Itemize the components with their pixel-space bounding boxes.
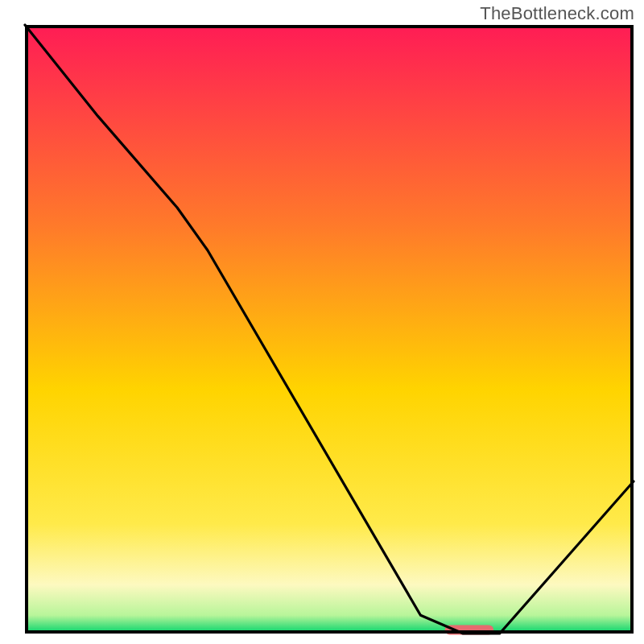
gradient-background — [25, 25, 634, 634]
bottleneck-chart — [0, 0, 644, 644]
chart-canvas: TheBottleneck.com — [0, 0, 644, 644]
